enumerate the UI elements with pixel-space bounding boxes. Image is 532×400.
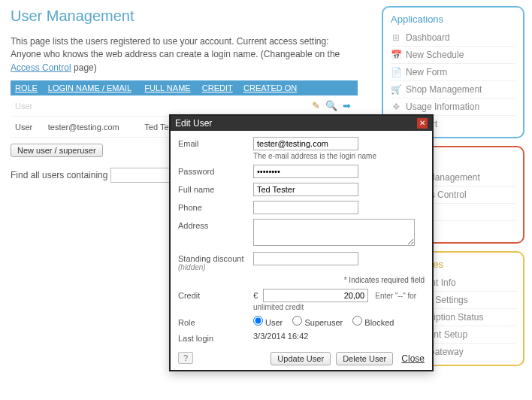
discount-label: Standing discount (hidden) [178,252,253,271]
sidebar-item-new-form[interactable]: 📄New Form [391,63,515,80]
address-label: Address [178,219,253,230]
role-super-radio[interactable] [292,316,302,326]
sidebar-item-label: Shop Management [406,84,482,95]
password-label: Password [178,165,253,176]
edit-user-dialog: Edit User ✕ Email The e-mail address is … [169,114,434,371]
intro-prefix: This page lists the users registered to … [11,36,340,59]
email-hint: The e-mail address is the login name [253,152,425,160]
fullname-field[interactable] [253,183,358,196]
intro-text: This page lists the users registered to … [11,35,358,74]
col-created[interactable]: CREATED ON [239,80,304,95]
delete-user-button[interactable]: Delete User [336,352,393,365]
phone-label: Phone [178,201,253,212]
discount-field[interactable] [253,252,358,265]
email-field[interactable] [253,137,358,150]
new-user-button[interactable]: New user / superuser [11,144,103,157]
applications-title: Applications [391,14,515,25]
search-input[interactable] [110,168,171,183]
table-row: User ✎ 🔍 ➡ [11,95,358,117]
calendar-icon: 📅 [391,50,401,60]
phone-field[interactable] [253,201,358,214]
sidebar-item-label: New Form [406,67,447,77]
intro-suffix: page) [71,62,97,73]
sidebar-item-dashboard[interactable]: ⊞Dashboard [391,29,515,46]
fullname-label: Full name [178,183,253,194]
cell-role: User [11,95,44,117]
required-note: * Indicates required field [178,276,425,284]
lastlogin-label: Last login [178,332,253,343]
close-link[interactable]: Close [401,353,425,364]
page-title: User Management [11,8,358,25]
arrow-icon[interactable]: ➡ [343,100,351,111]
email-label: Email [178,137,253,148]
col-credit[interactable]: CREDIT [198,80,239,95]
help-icon[interactable]: ? [178,352,193,364]
usage-icon: ❖ [391,102,401,112]
cell-login: tester@testing.com [44,117,141,138]
dashboard-icon: ⊞ [391,32,401,43]
access-control-link[interactable]: Access Control [11,62,71,73]
cell-fullname [140,95,197,117]
search-label: Find all users containing [11,170,107,180]
sidebar-item-label: Dashboard [406,32,450,43]
role-label: Role [178,316,253,327]
form-icon: 📄 [391,67,401,77]
close-icon[interactable]: ✕ [417,118,428,129]
update-user-button[interactable]: Update User [271,352,331,365]
role-user-radio[interactable] [253,316,263,326]
search-icon[interactable]: 🔍 [325,100,337,111]
cell-credit [198,95,239,117]
sidebar-item-shop[interactable]: 🛒Shop Management [391,80,515,98]
address-field[interactable] [253,219,415,246]
cart-icon: 🛒 [391,84,401,95]
col-fullname[interactable]: FULL NAME [140,80,197,95]
password-field[interactable] [253,165,358,178]
cell-created [239,95,304,117]
credit-field[interactable] [263,289,368,302]
role-super-option[interactable]: Superuser [292,318,343,327]
lastlogin-value: 3/3/2014 16:42 [253,332,425,341]
role-user-option[interactable]: User [253,318,283,327]
col-login[interactable]: LOGIN NAME / EMAIL [44,80,141,95]
role-blocked-option[interactable]: Blocked [352,318,394,327]
currency-symbol: € [253,291,258,300]
credit-label: Credit [178,289,253,300]
edit-icon[interactable]: ✎ [312,100,320,111]
role-blocked-radio[interactable] [352,316,362,326]
col-role[interactable]: ROLE [11,80,44,95]
discount-sub: (hidden) [178,263,253,271]
sidebar-item-new-schedule[interactable]: 📅New Schedule [391,46,515,63]
dialog-title: Edit User [175,118,212,129]
sidebar-item-label: Usage Information [406,102,479,112]
sidebar-item-label: New Schedule [406,50,464,60]
sidebar-item-usage[interactable]: ❖Usage Information [391,98,515,115]
cell-role: User [11,117,44,138]
cell-login [44,95,141,117]
